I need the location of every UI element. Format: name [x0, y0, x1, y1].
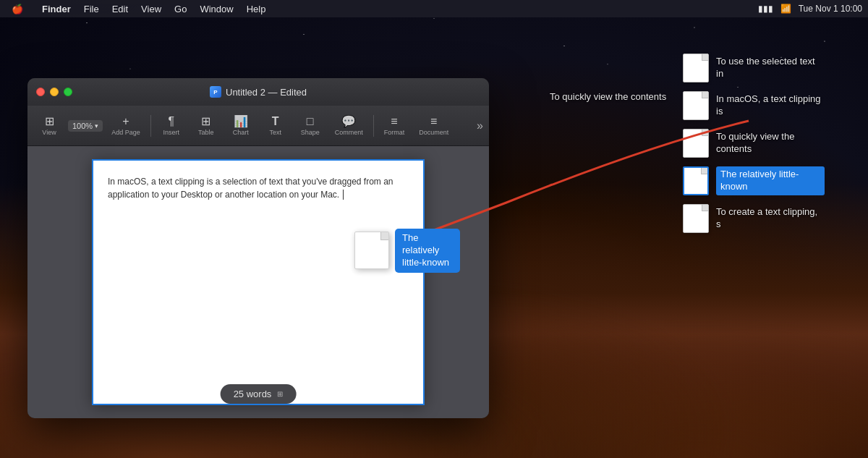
table-icon: ⊞ — [201, 116, 210, 127]
add-page-button[interactable]: + Add Page — [106, 113, 146, 139]
traffic-lights — [36, 88, 72, 96]
battery-icon: ▮▮▮ — [758, 4, 773, 14]
text-cursor — [343, 190, 344, 200]
word-count-icon: ⊞ — [277, 390, 283, 398]
menu-go[interactable]: Go — [169, 2, 192, 16]
comment-icon: 💬 — [341, 116, 356, 127]
minimize-button[interactable] — [50, 88, 59, 96]
clipping-label-5: To create a text clipping, s — [716, 206, 825, 231]
insert-button[interactable]: ¶ Insert — [156, 113, 187, 139]
text-label: Text — [269, 129, 281, 136]
window-title: P Untitled 2 — Edited — [210, 86, 307, 98]
table-label: Table — [198, 129, 214, 136]
menu-view[interactable]: View — [135, 2, 167, 16]
doc-area: In macOS, a text clipping is a selection… — [27, 146, 489, 418]
clipping-label-2: In macOS, a text clipping is — [716, 93, 825, 118]
shape-icon: □ — [307, 116, 314, 127]
clipping-item-4[interactable]: The relatively little-known — [683, 166, 825, 195]
view-label: View — [42, 129, 56, 136]
add-page-icon: + — [122, 116, 129, 127]
comment-button[interactable]: 💬 Comment — [329, 113, 369, 139]
format-label: Format — [384, 129, 405, 136]
pages-app-icon: P — [210, 86, 221, 98]
menu-help[interactable]: Help — [241, 2, 272, 16]
clipping-file-icon-3 — [683, 129, 709, 158]
clipping-item-2[interactable]: In macOS, a text clipping is — [683, 91, 825, 120]
zoom-value: 100% — [72, 122, 93, 130]
more-icon: » — [477, 119, 483, 132]
annotation-tooltip: To quickly view the contents — [550, 90, 666, 103]
clipping-label-1: To use the selected text in — [716, 56, 825, 80]
clipping-file-icon-5 — [683, 204, 709, 233]
clipping-item-3[interactable]: To quickly view the contents — [683, 129, 825, 158]
clipping-label-4: The relatively little-known — [716, 166, 825, 195]
menu-window[interactable]: Window — [194, 2, 239, 16]
page-text[interactable]: In macOS, a text clipping is a selection… — [93, 161, 423, 216]
menu-clock: Tue Nov 1 10:00 — [799, 4, 862, 14]
page-text-content: In macOS, a text clipping is a selection… — [108, 177, 393, 200]
comment-label: Comment — [335, 129, 363, 136]
shape-label: Shape — [301, 129, 320, 136]
chart-icon: 📊 — [234, 116, 248, 127]
document-page: In macOS, a text clipping is a selection… — [92, 159, 425, 405]
close-button[interactable] — [36, 88, 45, 96]
format-icon: ≡ — [391, 116, 397, 127]
document-label: Document — [419, 129, 448, 136]
view-icon: ⊞ — [45, 116, 54, 127]
drag-tooltip: The relatively little-known — [395, 229, 460, 273]
view-button[interactable]: ⊞ View — [33, 113, 65, 139]
format-button[interactable]: ≡ Format — [378, 113, 411, 139]
clipping-file-icon-2 — [683, 91, 709, 120]
insert-icon: ¶ — [168, 116, 174, 127]
menu-file[interactable]: File — [78, 2, 105, 16]
text-icon: T — [272, 116, 279, 127]
text-button[interactable]: T Text — [260, 113, 292, 139]
wifi-icon: 📶 — [780, 4, 791, 14]
desktop-clippings: To use the selected text in In macOS, a … — [683, 43, 825, 233]
toolbar-more[interactable]: » — [477, 119, 483, 132]
table-button[interactable]: ⊞ Table — [190, 113, 222, 139]
toolbar-sep-1 — [150, 115, 151, 137]
dragging-clipping-icon — [354, 232, 389, 269]
menubar-left: 🍎 Finder File Edit View Go Window Help — [6, 2, 271, 16]
word-count-bar[interactable]: 25 words ⊞ — [221, 384, 297, 404]
clipping-file-icon-4 — [683, 166, 709, 195]
clipping-item-5[interactable]: To create a text clipping, s — [683, 204, 825, 233]
fullscreen-button[interactable] — [64, 88, 72, 96]
clipping-item-1[interactable]: To use the selected text in — [683, 54, 825, 82]
shape-button[interactable]: □ Shape — [294, 113, 326, 139]
toolbar: ⊞ View 100% ▾ + Add Page ¶ Insert ⊞ Tabl… — [27, 106, 489, 146]
chart-label: Chart — [233, 129, 249, 136]
clipping-label-3: To quickly view the contents — [716, 131, 825, 156]
add-page-label: Add Page — [111, 129, 140, 136]
zoom-control[interactable]: 100% ▾ — [68, 120, 103, 132]
dragging-clipping: The relatively little-known — [354, 229, 460, 273]
annotation-text: To quickly view the contents — [550, 91, 666, 102]
word-count-text: 25 words — [234, 389, 272, 399]
apple-menu[interactable]: 🍎 — [6, 2, 29, 16]
clipping-file-icon-1 — [683, 54, 709, 82]
menubar-right: ▮▮▮ 📶 Tue Nov 1 10:00 — [758, 4, 862, 14]
toolbar-sep-2 — [373, 115, 374, 137]
menu-edit[interactable]: Edit — [106, 2, 134, 16]
zoom-chevron: ▾ — [95, 122, 98, 130]
window-title-text: Untitled 2 — Edited — [226, 87, 307, 98]
menubar: 🍎 Finder File Edit View Go Window Help ▮… — [0, 0, 868, 17]
window-titlebar: P Untitled 2 — Edited — [27, 78, 489, 106]
chart-button[interactable]: 📊 Chart — [225, 113, 257, 139]
insert-label: Insert — [163, 129, 179, 136]
menu-finder[interactable]: Finder — [36, 2, 77, 16]
document-button[interactable]: ≡ Document — [413, 113, 454, 139]
document-icon: ≡ — [430, 116, 437, 127]
